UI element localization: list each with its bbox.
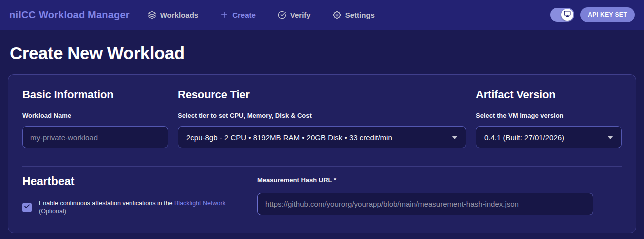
form-top-row: Basic Information Workload Name Resource…: [22, 88, 622, 148]
nav-item-workloads[interactable]: Workloads: [148, 11, 198, 19]
heartbeat-checkbox[interactable]: [22, 203, 32, 212]
blacklight-network-link[interactable]: Blacklight Network: [174, 200, 226, 207]
app-header: nilCC Workload Manager Workloads Create …: [0, 0, 644, 30]
gear-icon: [333, 11, 341, 19]
nav-label: Create: [232, 11, 256, 19]
resource-tier-select[interactable]: 2cpu-8gb - 2 CPU • 8192MB RAM • 20GB Dis…: [178, 126, 466, 148]
section-divider: [22, 166, 622, 167]
form-bottom-row: Heartbeat Enable continuous attestation …: [22, 175, 622, 216]
plus-icon: [220, 11, 228, 19]
measurement-hash-url-label: Measurement Hash URL *: [257, 176, 622, 184]
artifact-version-selected-value: 0.4.1 (Built: 27/01/2026): [484, 133, 564, 142]
basic-information-section: Basic Information Workload Name: [22, 88, 168, 148]
heartbeat-label-text: Enable continuous attestation verificati…: [39, 200, 174, 207]
main-nav: Workloads Create Verify Settings: [148, 11, 375, 19]
heartbeat-heading: Heartbeat: [22, 175, 247, 188]
nav-label: Verify: [290, 11, 311, 19]
checkmark-icon: [24, 203, 30, 212]
heartbeat-checkbox-label: Enable continuous attestation verificati…: [39, 199, 247, 216]
resource-tier-section: Resource Tier Select tier to set CPU, Me…: [178, 88, 466, 148]
chevron-down-icon: [607, 136, 613, 139]
artifact-version-label: Select the VM image version: [476, 112, 622, 119]
nav-item-verify[interactable]: Verify: [278, 11, 311, 19]
app-title: nilCC Workload Manager: [9, 9, 130, 21]
measurement-hash-section: Measurement Hash URL *: [257, 175, 622, 216]
nav-label: Workloads: [160, 11, 198, 19]
resource-tier-label: Select tier to set CPU, Memory, Disk & C…: [178, 112, 466, 119]
measurement-hash-url-input[interactable]: [257, 193, 593, 215]
resource-tier-heading: Resource Tier: [178, 88, 466, 101]
heartbeat-section: Heartbeat Enable continuous attestation …: [22, 175, 247, 216]
workload-name-label: Workload Name: [22, 112, 168, 119]
monitor-icon: [564, 10, 571, 19]
nav-item-settings[interactable]: Settings: [333, 11, 375, 19]
create-workload-form-card: Basic Information Workload Name Resource…: [8, 74, 636, 233]
heartbeat-label-optional: (Optional): [39, 208, 66, 215]
header-actions: API KEY SET: [550, 7, 635, 22]
main-content: Create New Workload Basic Information Wo…: [0, 43, 644, 233]
artifact-version-select[interactable]: 0.4.1 (Built: 27/01/2026): [476, 126, 622, 148]
artifact-version-heading: Artifact Version: [476, 88, 622, 101]
check-circle-icon: [278, 11, 286, 19]
nav-item-create[interactable]: Create: [220, 11, 256, 19]
theme-toggle-knob: [561, 9, 573, 21]
page-title: Create New Workload: [10, 43, 636, 63]
api-key-status-badge: API KEY SET: [580, 7, 635, 22]
resource-tier-selected-value: 2cpu-8gb - 2 CPU • 8192MB RAM • 20GB Dis…: [186, 133, 392, 142]
nav-label: Settings: [345, 11, 375, 19]
theme-toggle[interactable]: [550, 8, 574, 22]
layers-icon: [148, 11, 156, 19]
basic-information-heading: Basic Information: [22, 88, 168, 101]
artifact-version-section: Artifact Version Select the VM image ver…: [476, 88, 622, 148]
workload-name-input[interactable]: [22, 126, 168, 148]
heartbeat-checkbox-row[interactable]: Enable continuous attestation verificati…: [22, 199, 247, 216]
chevron-down-icon: [452, 136, 458, 139]
